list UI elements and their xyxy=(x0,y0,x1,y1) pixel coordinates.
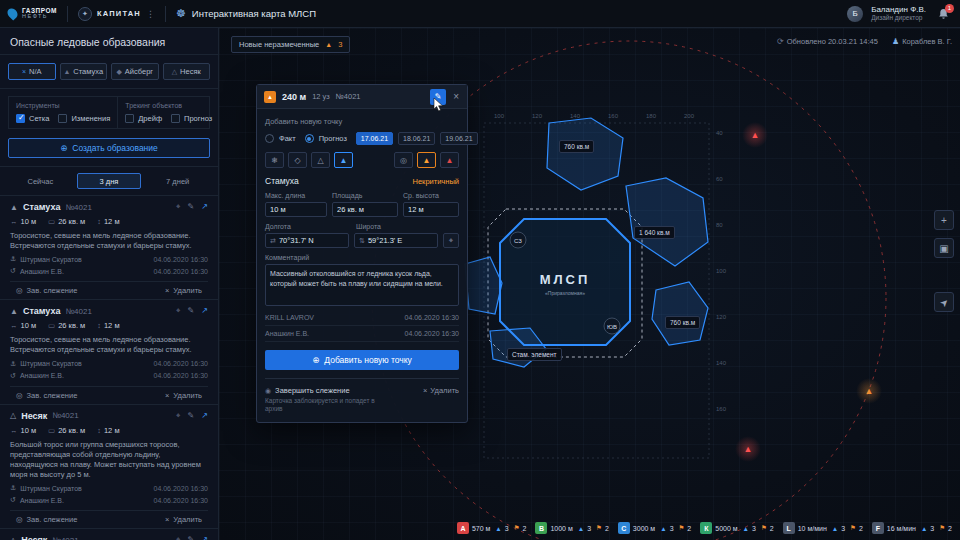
track-icon[interactable]: ↗ xyxy=(201,306,208,316)
danger-marker[interactable]: ▲ xyxy=(735,436,761,462)
width-icon: ↔ xyxy=(10,321,18,330)
type-snowflake-icon[interactable]: ❄ xyxy=(265,152,284,168)
radio-forecast-label[interactable]: Прогноз xyxy=(319,134,347,143)
delete-icon: × xyxy=(165,391,169,400)
svg-text:140: 140 xyxy=(570,113,581,119)
edit-button[interactable]: ✎ xyxy=(430,89,446,105)
finish-tracking-action[interactable]: ◎Зав. слежение xyxy=(16,286,77,295)
tracking-caption: Трекинг объектов xyxy=(125,102,212,109)
delete-action[interactable]: ×Удалить xyxy=(165,391,202,400)
map-canvas[interactable]: 100 120 140 160 180 200 40 60 80 100 120… xyxy=(219,28,960,540)
delete-label: Удалить xyxy=(173,286,202,295)
ice-polygon[interactable] xyxy=(465,257,502,314)
pin-icon[interactable]: ⌖ xyxy=(176,202,181,212)
svg-text:180: 180 xyxy=(646,113,657,119)
delete-action[interactable]: ×Удалить xyxy=(165,286,202,295)
add-point-button[interactable]: ⊕ Добавить новую точку xyxy=(265,350,459,370)
create-formation-button[interactable]: ⊕ Создать образование xyxy=(8,138,210,158)
page-title: Интерактивная карта МЛСП xyxy=(192,8,316,19)
checkbox-icon[interactable] xyxy=(58,114,67,123)
danger-marker[interactable]: ▲ xyxy=(742,122,768,148)
comment-field[interactable]: Массивный отколовшийся от ледника кусок … xyxy=(265,264,459,306)
height-field[interactable] xyxy=(403,202,459,217)
checkbox-icon[interactable] xyxy=(171,114,180,123)
flame-icon xyxy=(5,6,19,20)
zoom-in-button[interactable]: + xyxy=(934,210,954,230)
finish-tracking-action[interactable]: ◎Зав. слежение xyxy=(16,391,77,400)
severity-none-icon[interactable]: ◎ xyxy=(394,152,413,168)
radio-fact-label[interactable]: Факт xyxy=(279,134,296,143)
finish-tracking-action[interactable]: ◎Зав. слежение xyxy=(16,515,77,524)
avatar[interactable]: Б xyxy=(847,6,863,22)
checkbox-drift[interactable]: Дрейф xyxy=(125,114,162,123)
ice-card[interactable]: △ Несяк №4021 ⌖ ✎ ↗ ↔10 м ▭26 кв. м ↕12 … xyxy=(0,529,218,540)
flag-count-icon: ⚑ xyxy=(596,524,602,532)
severity-warning-icon[interactable]: ▲ xyxy=(417,152,436,168)
edit-icon[interactable]: ✎ xyxy=(188,411,195,421)
edit-icon[interactable]: ✎ xyxy=(188,202,195,212)
date-chip-1[interactable]: 17.06.21 xyxy=(356,132,393,145)
tab-3days[interactable]: 3 дня xyxy=(77,173,142,189)
pick-on-map-button[interactable]: ⌖ xyxy=(443,233,459,248)
warning-marker[interactable]: ▲ xyxy=(856,378,882,404)
menu-dots-icon[interactable]: ⋮ xyxy=(146,9,155,19)
latitude-field[interactable]: ⇅ 59°21.3' E xyxy=(354,233,438,248)
area-field[interactable] xyxy=(332,202,398,217)
date-chip-3[interactable]: 19.06.21 xyxy=(440,132,477,145)
delete-action[interactable]: ×Удалить xyxy=(165,515,202,524)
new-unmarked-chip[interactable]: Новые неразмеченные ▲ 3 xyxy=(231,36,350,53)
close-icon[interactable]: × xyxy=(452,91,460,102)
delete-point-action[interactable]: × Удалить xyxy=(423,386,459,395)
type-stamukha-icon[interactable]: ▲ xyxy=(334,152,353,168)
checkbox-changes[interactable]: Изменения xyxy=(58,114,110,123)
type-nesyak-icon[interactable]: △ xyxy=(311,152,330,168)
length-field[interactable] xyxy=(265,202,327,217)
layers-button[interactable]: ▣ xyxy=(934,238,954,258)
edit-icon[interactable]: ✎ xyxy=(188,306,195,316)
ice-polygon[interactable] xyxy=(547,118,623,190)
svg-text:120: 120 xyxy=(716,314,727,320)
radio-fact[interactable] xyxy=(265,134,274,143)
kapitan-logo[interactable]: ✦ КАПИТАН ⋮ xyxy=(78,7,155,21)
ice-type: Несяк xyxy=(21,411,47,421)
checkbox-checked-icon[interactable] xyxy=(16,114,25,123)
track-icon[interactable]: ↗ xyxy=(201,202,208,212)
ice-card[interactable]: △ Несяк №4021 ⌖ ✎ ↗ ↔10 м ▭26 кв. м ↕12 … xyxy=(0,405,218,530)
severity-critical-icon[interactable]: ▲ xyxy=(440,152,459,168)
pin-icon[interactable]: ⌖ xyxy=(176,535,181,540)
pin-icon[interactable]: ⌖ xyxy=(176,306,181,316)
ice-card[interactable]: ▲ Стамуха №4021 ⌖ ✎ ↗ ↔10 м ▭26 кв. м ↕1… xyxy=(0,300,218,404)
filter-stamukha[interactable]: ▲ Стамуха xyxy=(60,63,108,80)
finish-tracking-toggle[interactable]: ◉ Завершить слежение xyxy=(265,386,385,395)
track-icon[interactable]: ↗ xyxy=(201,535,208,540)
filter-nesyak[interactable]: △ Несяк xyxy=(163,63,211,80)
filter-iceberg[interactable]: ◆ Айсберг xyxy=(111,63,159,80)
ice-id: №4021 xyxy=(52,411,78,420)
notifications-bell-icon[interactable]: 1 xyxy=(934,5,952,23)
nesyak-icon: △ xyxy=(172,68,177,76)
type-iceberg-icon[interactable]: ◇ xyxy=(288,152,307,168)
tab-now[interactable]: Сейчас xyxy=(8,173,73,189)
radio-forecast[interactable] xyxy=(305,134,314,143)
area-icon: ▭ xyxy=(48,321,55,330)
brand-line2: НЕФТЬ xyxy=(22,14,57,20)
ice-id: №4021 xyxy=(52,536,78,540)
ice-polygon[interactable] xyxy=(652,282,708,345)
edit-icon[interactable]: ✎ xyxy=(188,535,195,540)
width-icon: ↔ xyxy=(10,217,18,226)
checkbox-forecast[interactable]: Прогноз xyxy=(171,114,212,123)
date-chip-2[interactable]: 18.06.21 xyxy=(398,132,435,145)
longitude-field[interactable]: ⇄ 70°31.7' N xyxy=(265,233,349,248)
finish-label: Зав. слежение xyxy=(27,515,78,524)
tab-7days[interactable]: 7 дней xyxy=(145,173,210,189)
track-icon[interactable]: ↗ xyxy=(201,411,208,421)
checkbox-icon[interactable] xyxy=(125,114,134,123)
ice-card[interactable]: ▲ Стамуха №4021 ⌖ ✎ ↗ ↔10 м ▭26 кв. м ↕1… xyxy=(0,196,218,300)
checkbox-grid[interactable]: Сетка xyxy=(16,114,49,123)
compass-nw: СЗ xyxy=(514,238,522,244)
update-icon: ↺ xyxy=(10,267,16,275)
ice-polygon[interactable] xyxy=(626,178,708,266)
pin-icon[interactable]: ⌖ xyxy=(176,411,181,421)
filter-na[interactable]: × N/A xyxy=(8,63,56,80)
locate-button[interactable]: ➤ xyxy=(934,292,954,312)
